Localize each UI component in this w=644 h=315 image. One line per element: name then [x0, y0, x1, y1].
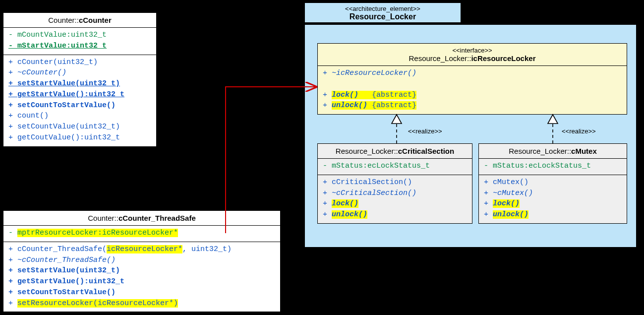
op-setcountvalue: + setCountValue(uint32_t)	[8, 122, 151, 132]
ops-section: + cCounter(uint32_t) + ~cCounter() + set…	[3, 55, 156, 146]
namespace-label: Counter::	[88, 214, 118, 222]
op-getstartvalue: + getStartValue():uint32_t	[8, 276, 275, 287]
op-getcoutvalue: + getCoutValue():uint32_t	[8, 132, 151, 143]
attr-mstatus: - mStatus:ecLockStatus_t	[484, 161, 622, 172]
attrs-section: - mStatus:ecLockStatus_t	[479, 159, 627, 175]
op-setcounttostart: + setCountToStartValue()	[8, 100, 151, 111]
class-title: Resource_Locker::cCriticalSection	[318, 144, 472, 159]
class-title: <<interface>> Resource_Locker::icResourc…	[318, 44, 627, 66]
op-lock: + lock()	[484, 198, 622, 209]
op-lock: + lock()	[323, 198, 467, 209]
class-ccounter: Counter::cCounter - mCountValue:uint32_t…	[3, 12, 157, 147]
attrs-section: - mptrResourceLocker:icResourceLocker*	[3, 226, 280, 242]
attr-mcountvalue: - mCountValue:uint32_t	[8, 30, 151, 41]
realize-label-1: <<realize>>	[408, 127, 442, 135]
op-ctor: + cCounter_ThreadSafe(icResourceLocker*,…	[8, 244, 275, 255]
attrs-section: - mStatus:ecLockStatus_t	[318, 159, 472, 175]
op-ctor: + cMutex()	[484, 177, 622, 188]
classname-label: cCounter	[79, 16, 112, 24]
op-setstartvalue: + setStartValue(uint32_t)	[8, 265, 275, 276]
op-count: + count()	[8, 111, 151, 122]
op-unlock: + unlock()	[484, 209, 622, 220]
op-ctor: + cCounter(uint32_t)	[8, 57, 151, 68]
ops-section: + ~icResourceLocker() + lock() {abstract…	[318, 66, 627, 114]
op-lock: + lock() {abstract}	[323, 90, 622, 101]
ops-section: + cCounter_ThreadSafe(icResourceLocker*,…	[3, 242, 280, 312]
package-stereotype: <<architecture_element>>	[309, 5, 457, 12]
attr-mstatus: - mStatus:ecLockStatus_t	[323, 161, 467, 172]
class-ccriticalsection: Resource_Locker::cCriticalSection - mSta…	[317, 143, 472, 224]
op-unlock: + unlock()	[323, 209, 467, 220]
attr-mptr: - mptrResourceLocker:icResourceLocker*	[8, 228, 275, 239]
op-ctor: + cCriticalSection()	[323, 177, 467, 188]
class-ccounter-threadsafe: Counter::cCounter_ThreadSafe - mptrResou…	[3, 210, 281, 312]
classname-label: cCounter_ThreadSafe	[118, 214, 196, 222]
ops-section: + cCriticalSection() + ~cCriticalSection…	[318, 175, 472, 223]
op-dtor: + ~cMutex()	[484, 188, 622, 199]
namespace-label: Resource_Locker::	[509, 147, 571, 155]
classname-label: icResourceLocker	[471, 54, 535, 63]
class-title: Counter::cCounter	[3, 13, 156, 28]
realize-label-2: <<realize>>	[562, 127, 596, 135]
class-title: Counter::cCounter_ThreadSafe	[3, 211, 280, 226]
stereotype-label: <<interface>>	[322, 47, 623, 54]
namespace-label: Counter::	[48, 16, 79, 24]
op-dtor: + ~cCounter_ThreadSafe()	[8, 255, 275, 266]
op-getstartvalue: + getStartValue():uint32_t	[8, 89, 151, 100]
class-cmutex: Resource_Locker::cMutex - mStatus:ecLock…	[478, 143, 627, 224]
op-dtor: + ~cCriticalSection()	[323, 188, 467, 199]
op-setcounttostart: + setCountToStartValue()	[8, 287, 275, 298]
namespace-label: Resource_Locker::	[336, 147, 398, 155]
attrs-section: - mCountValue:uint32_t - mStartValue:uin…	[3, 28, 156, 55]
class-title: Resource_Locker::cMutex	[479, 144, 627, 159]
ops-section: + cMutex() + ~cMutex() + lock() + unlock…	[479, 175, 627, 223]
op-dtor: + ~cCounter()	[8, 67, 151, 78]
class-icresourcelocker: <<interface>> Resource_Locker::icResourc…	[317, 43, 627, 115]
op-setstartvalue: + setStartValue(uint32_t)	[8, 78, 151, 89]
op-unlock: + unlock() {abstract}	[323, 100, 622, 111]
attr-mstartvalue: - mStartValue:uint32_t	[8, 41, 151, 52]
op-setresourcelocker: + setResourceLocker(icResourceLocker*)	[8, 298, 275, 309]
blank-line	[323, 79, 622, 90]
package-name: Resource_Locker	[309, 12, 457, 21]
classname-label: cMutex	[571, 147, 597, 155]
classname-label: cCriticalSection	[398, 147, 454, 155]
namespace-label: Resource_Locker::	[409, 54, 471, 63]
op-destructor: + ~icResourceLocker()	[323, 68, 622, 79]
package-tab: <<architecture_element>> Resource_Locker	[304, 2, 461, 22]
